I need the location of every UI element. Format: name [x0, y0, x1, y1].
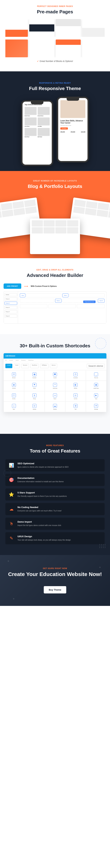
- preset-tab[interactable]: Preset 4: [4, 310, 17, 313]
- toolbar-tab[interactable]: Content: [9, 360, 13, 361]
- feature-desc: Iguru caters to clients who require an i…: [18, 466, 102, 468]
- filter-chip[interactable]: Structure: [21, 364, 29, 368]
- add-preset-button[interactable]: ADD PRESET: [4, 283, 21, 289]
- drop-slot[interactable]: [48, 304, 76, 308]
- page-thumbnail[interactable]: [56, 19, 81, 37]
- instructor-name: Ava Miller: [38, 126, 50, 127]
- instructor-card[interactable]: Emma Brown: [38, 107, 50, 116]
- buy-theme-button[interactable]: Buy Theme: [44, 586, 66, 593]
- builder-element[interactable]: Button: [55, 299, 61, 303]
- shortcode-item[interactable]: ⓘInfo Box: [4, 391, 24, 402]
- shortcode-item[interactable]: ▦Accordion: [24, 370, 45, 381]
- page-thumbnail[interactable]: [5, 19, 28, 37]
- feature-item: ☁No Coding NeededEveryone can use Iguru …: [5, 503, 105, 515]
- builder-canvas[interactable]: LogoMenu ButtonSearch Drag elements here: [18, 292, 106, 323]
- preset-tab[interactable]: Preset 5: [4, 314, 17, 318]
- toolbar-tab[interactable]: Social: [16, 360, 19, 361]
- toolbar-tab[interactable]: All: [5, 360, 7, 361]
- shortcode-item[interactable]: ◎Icon Box: [65, 391, 86, 402]
- shortcode-item[interactable]: ⚑Clients: [24, 381, 45, 391]
- shortcode-label: Carousel: [12, 388, 16, 389]
- instructor-grid: David GreenEmma BrownLiam StoneAva Mille…: [25, 107, 50, 137]
- filter-chip[interactable]: Add-ons: [50, 364, 57, 368]
- shortcode-item[interactable]: ❝Testimonial: [45, 381, 65, 391]
- shortcode-label: Video: [95, 398, 97, 399]
- shortcode-item[interactable]: ⎯Time Line: [86, 370, 106, 381]
- shortcode-item[interactable]: ☰Services: [4, 370, 24, 381]
- arrow-squiggle-icon: ⟿: [24, 284, 28, 288]
- preset-tab[interactable]: Preset 3: [4, 306, 17, 309]
- shortcode-item[interactable]: ▣Image Layers: [86, 381, 106, 391]
- preset-tab[interactable]: Preset 1: [4, 297, 17, 301]
- phone-mockups: Top Online Instructors David GreenEmma B…: [5, 97, 105, 162]
- drop-slot[interactable]: [77, 304, 105, 308]
- shortcode-icon: ⏱: [73, 372, 78, 376]
- instructor-card[interactable]: Liam Stone: [25, 118, 37, 127]
- builder-element[interactable]: Logo: [20, 293, 25, 297]
- toolbar-tab[interactable]: WordPress: [28, 360, 34, 361]
- shortcode-item[interactable]: ▬Progress: [45, 402, 65, 412]
- feature-title: Demo Import: [18, 521, 102, 523]
- features-section: MORE FEATURES Tons of Great Features 📊SE…: [0, 434, 110, 555]
- toolbar-tab[interactable]: Structure: [21, 360, 25, 361]
- shortcode-item[interactable]: ➊Counter: [45, 370, 65, 381]
- page-thumbnail[interactable]: [82, 39, 105, 57]
- feature-content: No Coding NeededEveryone can use Iguru w…: [18, 506, 102, 512]
- heading: Create Your Education Website Now!: [5, 571, 105, 578]
- shortcode-icon: ▬: [53, 404, 57, 408]
- feature-list: 📊SEO OptimizedIguru caters to clients wh…: [5, 459, 105, 544]
- instructor-card[interactable]: David Green: [25, 107, 37, 116]
- shortcode-item[interactable]: ◧Flip Box: [65, 381, 86, 391]
- avatar: [25, 118, 37, 125]
- feature-title: 5 Stars Support: [18, 491, 102, 494]
- page-thumbnail[interactable]: [29, 19, 54, 37]
- shortcode-item[interactable]: ⏱Countdown: [65, 370, 86, 381]
- page-thumbnail[interactable]: [56, 39, 81, 57]
- shortcode-item[interactable]: ⊞Tabs: [65, 402, 86, 412]
- instructor-card[interactable]: Ava Miller: [38, 118, 50, 127]
- eyebrow: GET IGURU RIGHT NOW: [5, 567, 105, 569]
- instructor-card[interactable]: Mia Parker: [38, 128, 50, 137]
- shortcode-icon: $: [32, 394, 37, 397]
- filter-chip[interactable]: WordPress: [30, 364, 39, 368]
- shortcode-label: Flip Box: [74, 388, 77, 389]
- drop-slot[interactable]: [26, 293, 61, 297]
- search-input[interactable]: [87, 364, 105, 368]
- filter-chip[interactable]: Content: [5, 364, 12, 368]
- shortcode-icon: ◎: [73, 394, 78, 397]
- preset-tab[interactable]: Default: [4, 293, 17, 296]
- shortcode-item[interactable]: ✉Message: [86, 402, 106, 412]
- feature-icon: 🖱: [8, 521, 15, 527]
- shortcode-icon: ➊: [53, 372, 57, 376]
- filter-chip[interactable]: WPBakery: [40, 364, 48, 368]
- builder-element[interactable]: Menu: [63, 293, 68, 297]
- avatar: [38, 118, 50, 125]
- shortcode-icon: ▭: [53, 394, 57, 397]
- feature-desc: Your site will always look sharp, so you…: [18, 539, 102, 541]
- builder-element[interactable]: Search: [98, 299, 105, 303]
- shortcode-item[interactable]: ☺Team: [4, 402, 24, 412]
- drop-slot[interactable]: [20, 299, 54, 303]
- shortcode-item[interactable]: $Pricing: [24, 391, 45, 402]
- page-thumbnail[interactable]: [29, 39, 54, 57]
- preset-tab[interactable]: Preset 2: [4, 302, 17, 305]
- stat-value: 450,600: [70, 131, 75, 132]
- feature-content: DocumentationExtensive information neede…: [18, 477, 102, 483]
- shortcode-label: Clients: [33, 388, 36, 389]
- phone-mockup-2: Learn New Skills, Advance Your Career Lo…: [57, 97, 89, 162]
- page-thumbnail[interactable]: [5, 39, 28, 57]
- instructor-card[interactable]: Noah Reed: [25, 128, 37, 137]
- drop-slot[interactable]: [69, 293, 105, 297]
- shortcode-item[interactable]: ◉Carousel: [4, 381, 24, 391]
- shortcode-icon: ▦: [32, 372, 37, 376]
- phone-cta-button[interactable]: Get Started: [60, 127, 68, 129]
- shortcode-item[interactable]: ▶Video: [86, 391, 106, 402]
- gallery-row-1: [5, 19, 105, 37]
- shortcode-label: Accordion: [32, 377, 37, 378]
- drop-slot[interactable]: [20, 304, 47, 308]
- shortcode-item[interactable]: ▭Button: [45, 391, 65, 402]
- shortcode-item[interactable]: HHeading: [24, 402, 45, 412]
- filter-chip[interactable]: Social: [14, 364, 20, 368]
- page-thumbnail[interactable]: [82, 19, 105, 37]
- builder-tooltip: Drag elements here: [83, 301, 95, 303]
